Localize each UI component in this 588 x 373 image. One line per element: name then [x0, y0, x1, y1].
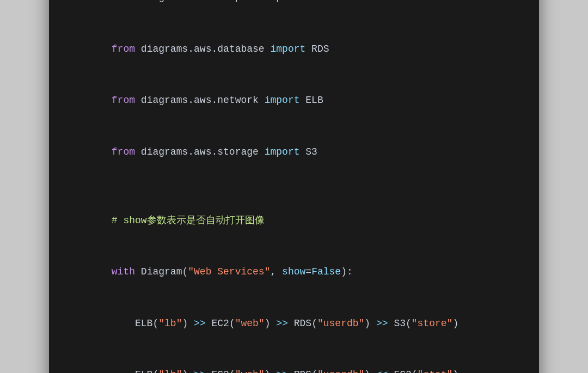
import-line-4: from diagrams.aws.network import ELB — [76, 75, 512, 127]
import-line-5: from diagrams.aws.storage import S3 — [76, 126, 512, 178]
import-line-3: from diagrams.aws.database import RDS — [76, 23, 512, 75]
statement-line-2: ELB("lb") >> EC2("web") >> RDS("userdb")… — [76, 350, 512, 373]
keyword-import-4: import — [265, 95, 300, 106]
keyword-import-2: import — [265, 0, 300, 3]
keyword-from-2: from — [112, 0, 135, 3]
blank-line-1 — [76, 178, 512, 195]
statement-line-1: ELB("lb") >> EC2("web") >> RDS("userdb")… — [76, 298, 512, 350]
comment-text: # show参数表示是否自动打开图像 — [112, 215, 265, 226]
keyword-import-5: import — [265, 146, 300, 157]
comment-line: # show参数表示是否自动打开图像 — [76, 195, 512, 247]
code-container: from diagrams import Diagram from diagra… — [49, 0, 539, 373]
keyword-false: False — [311, 266, 341, 277]
keyword-from-3: from — [112, 44, 135, 54]
keyword-show: show — [282, 266, 305, 277]
with-line: with Diagram("Web Services", show=False)… — [76, 247, 512, 298]
keyword-from-4: from — [112, 95, 135, 106]
keyword-from-5: from — [112, 146, 135, 157]
keyword-with: with — [112, 266, 135, 277]
keyword-import-3: import — [270, 44, 305, 54]
code-block: from diagrams import Diagram from diagra… — [76, 0, 512, 373]
string-web-services: "Web Services" — [188, 266, 270, 277]
import-line-2: from diagrams.aws.compute import EC2 — [76, 0, 512, 23]
